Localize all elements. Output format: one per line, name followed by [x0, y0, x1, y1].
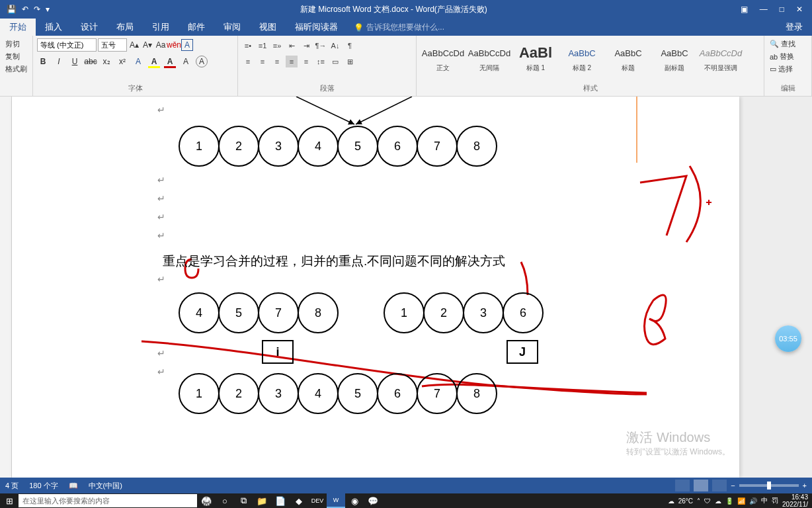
shrink-font-icon[interactable]: A▾: [142, 39, 153, 51]
ime-lang[interactable]: 中: [761, 496, 768, 505]
text-effects-icon[interactable]: A: [132, 56, 144, 67]
dec-indent-icon[interactable]: ⇤: [286, 40, 298, 52]
tab-view[interactable]: 视图: [250, 19, 286, 36]
copy-button[interactable]: 复制: [4, 51, 28, 62]
line-spacing-icon[interactable]: ↕≡: [315, 56, 327, 67]
body-text[interactable]: 重点是学习合并的过程，归并的重点.不同问题不同的解决方式: [163, 253, 505, 270]
taskview-icon[interactable]: ⧉: [234, 493, 253, 508]
char-shading-icon[interactable]: A: [180, 56, 192, 67]
tab-home[interactable]: 开始: [0, 19, 36, 36]
char-border-icon[interactable]: A: [181, 39, 193, 51]
web-layout-icon[interactable]: [712, 480, 727, 491]
tell-me-search[interactable]: 💡 告诉我您想要做什么...: [347, 19, 451, 36]
tab-mailings[interactable]: 邮件: [179, 19, 214, 36]
align-right-icon[interactable]: ≡: [271, 56, 283, 67]
select-button[interactable]: ▭选择: [768, 64, 807, 75]
wifi-icon[interactable]: 📶: [737, 497, 745, 505]
italic-button[interactable]: I: [53, 56, 65, 67]
tab-foxit[interactable]: 福昕阅读器: [286, 19, 347, 36]
highlight-color-icon[interactable]: A: [148, 56, 160, 67]
taskbar-search[interactable]: 在这里输入你要搜索的内容: [19, 494, 197, 507]
underline-button[interactable]: U: [69, 56, 81, 67]
close-icon[interactable]: ✕: [796, 5, 803, 14]
borders-icon[interactable]: ⊞: [344, 56, 356, 67]
app-icon-blue[interactable]: ◆: [290, 493, 308, 508]
font-color-icon[interactable]: A: [164, 56, 176, 67]
tab-layout[interactable]: 布局: [107, 19, 143, 36]
justify-icon[interactable]: ≡: [286, 56, 298, 67]
sort-icon[interactable]: A↓: [329, 40, 341, 52]
tab-design[interactable]: 设计: [71, 19, 107, 36]
wechat-icon[interactable]: 💬: [364, 493, 382, 508]
vertical-ruler[interactable]: [0, 97, 12, 478]
strikethrough-button[interactable]: abc: [85, 56, 97, 67]
numbering-icon[interactable]: ≡1: [257, 40, 268, 52]
shading-icon[interactable]: ▭: [329, 56, 341, 67]
document-page[interactable]: ↵ ↵ ↵ ↵ ↵ ↵ ↵ ↵ 1 2 3 4 5 6 7 8 重点是学习合并的…: [12, 97, 739, 478]
find-button[interactable]: 🔍查找: [768, 38, 807, 50]
bullets-icon[interactable]: ≡•: [242, 40, 254, 52]
zoom-slider[interactable]: [739, 484, 799, 487]
maximize-icon[interactable]: □: [780, 5, 784, 14]
login-link[interactable]: 登录: [776, 19, 812, 36]
language-indicator[interactable]: 中文(中国): [89, 481, 122, 491]
shield-icon[interactable]: 🛡: [704, 497, 711, 505]
clock-time[interactable]: 16:43: [792, 493, 808, 501]
subscript-button[interactable]: x₂: [101, 56, 112, 67]
enclose-char-icon[interactable]: A: [196, 56, 208, 67]
font-size-combo[interactable]: 五号: [98, 38, 127, 52]
format-painter-button[interactable]: 格式刷: [4, 64, 28, 75]
align-left-icon[interactable]: ≡: [242, 56, 254, 67]
show-marks-icon[interactable]: ¶: [344, 40, 356, 52]
onedrive-icon[interactable]: ☁: [715, 497, 721, 505]
style-normal[interactable]: AaBbCcDd正文: [421, 38, 466, 77]
notepad-icon[interactable]: 📄: [271, 493, 290, 508]
distribute-icon[interactable]: ≡: [300, 56, 312, 67]
app-icon[interactable]: 🥋: [197, 493, 216, 508]
spellcheck-icon[interactable]: 📖: [69, 482, 78, 490]
ltr-icon[interactable]: ¶→: [315, 40, 327, 52]
tab-insert[interactable]: 插入: [36, 19, 71, 36]
weather-icon[interactable]: ☁: [668, 497, 674, 505]
qat-dropdown-icon[interactable]: ▾: [46, 5, 50, 14]
style-subtitle[interactable]: AaBbC副标题: [652, 38, 697, 77]
font-name-combo[interactable]: 等线 (中文正): [37, 38, 97, 52]
bold-button[interactable]: B: [37, 56, 49, 67]
tab-references[interactable]: 引用: [143, 19, 179, 36]
ime-mode[interactable]: 罚: [772, 496, 778, 505]
cortana-icon[interactable]: ○: [216, 493, 234, 508]
multilevel-icon[interactable]: ≡»: [271, 40, 283, 52]
inc-indent-icon[interactable]: ⇥: [300, 40, 312, 52]
print-layout-icon[interactable]: [694, 480, 708, 491]
devcpp-icon[interactable]: DEV: [308, 493, 327, 508]
volume-icon[interactable]: 🔊: [749, 497, 757, 505]
phonetic-guide-icon[interactable]: wěn: [168, 39, 180, 51]
grow-font-icon[interactable]: A▴: [128, 39, 140, 51]
save-icon[interactable]: 💾: [7, 5, 17, 14]
cut-button[interactable]: 剪切: [4, 38, 28, 50]
style-title[interactable]: AaBbC标题: [606, 38, 651, 77]
undo-icon[interactable]: ↶: [22, 5, 28, 14]
style-heading2[interactable]: AaBbC标题 2: [559, 38, 604, 77]
start-icon[interactable]: ⊞: [0, 493, 19, 508]
redo-icon[interactable]: ↷: [34, 5, 40, 14]
style-subtle-emph[interactable]: AaBbCcDd不明显强调: [698, 38, 743, 77]
floating-timer-widget[interactable]: 03:55: [775, 325, 801, 352]
change-case-icon[interactable]: Aa: [155, 39, 167, 51]
replace-button[interactable]: ab替换: [768, 51, 807, 62]
ribbon-options-icon[interactable]: ▣: [741, 5, 748, 14]
clock-date[interactable]: 2022/11/: [782, 501, 808, 508]
styles-gallery[interactable]: AaBbCcDd正文 AaBbCcDd无间隔 AaBl标题 1 AaBbC标题 …: [421, 38, 760, 77]
superscript-button[interactable]: x²: [116, 56, 128, 67]
style-nospacing[interactable]: AaBbCcDd无间隔: [467, 38, 512, 77]
word-icon[interactable]: W: [327, 493, 345, 508]
page-count[interactable]: 4 页: [5, 481, 19, 491]
minimize-icon[interactable]: —: [760, 5, 768, 14]
align-center-icon[interactable]: ≡: [257, 56, 268, 67]
zoom-out-icon[interactable]: −: [731, 482, 735, 489]
style-heading1[interactable]: AaBl标题 1: [513, 38, 558, 77]
temperature[interactable]: 26°C: [678, 497, 693, 505]
tab-review[interactable]: 审阅: [214, 19, 250, 36]
word-count[interactable]: 180 个字: [29, 481, 58, 491]
chrome-icon[interactable]: ◉: [345, 493, 364, 508]
